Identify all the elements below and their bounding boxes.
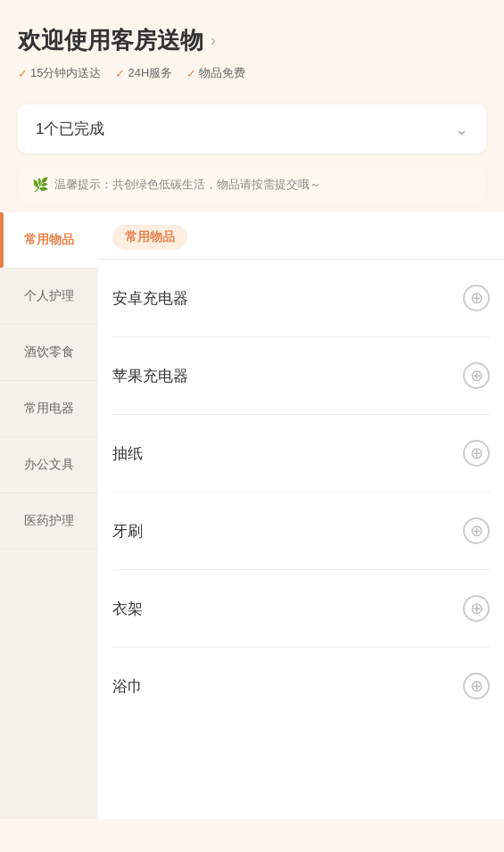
plus-icon-5: ⊕ [470,676,483,696]
category-tab-row: 常用物品 [98,212,504,260]
sidebar-item-appliances[interactable]: 常用电器 [0,381,98,437]
item-name-5: 浴巾 [112,676,143,697]
header-badges: ✓ 15分钟内送达 ✓ 24H服务 ✓ 物品免费 [18,65,486,81]
add-item-button-3[interactable]: ⊕ [463,517,490,544]
header-arrow-icon[interactable]: › [211,31,216,50]
sidebar-item-label-1: 个人护理 [24,288,74,302]
sidebar: 常用物品 个人护理 酒饮零食 常用电器 办公文具 医药护理 [0,212,98,819]
check-icon-2: ✓ [115,67,125,80]
plus-icon-0: ⊕ [470,288,483,308]
check-icon-3: ✓ [186,67,196,80]
sidebar-item-stationery[interactable]: 办公文具 [0,437,98,493]
add-item-button-0[interactable]: ⊕ [463,285,490,311]
add-item-button-2[interactable]: ⊕ [463,440,490,467]
sidebar-item-medical[interactable]: 医药护理 [0,493,98,550]
sidebar-item-label-5: 医药护理 [24,513,74,527]
completed-bar[interactable]: 1个已完成 ⌄ [18,104,486,153]
notice-bar: 🌿 温馨提示：共创绿色低碳生活，物品请按需提交哦～ [18,168,486,202]
badge-service-text: 24H服务 [128,65,172,81]
plus-icon-3: ⊕ [470,521,483,541]
table-row: 牙刷 ⊕ [112,492,490,570]
check-icon-1: ✓ [18,67,28,80]
table-row: 安卓充电器 ⊕ [112,260,490,337]
plus-icon-1: ⊕ [470,366,483,385]
item-name-3: 牙刷 [112,521,143,542]
chevron-down-icon: ⌄ [455,120,468,139]
item-name-1: 苹果充电器 [112,366,188,386]
main-layout: 常用物品 个人护理 酒饮零食 常用电器 办公文具 医药护理 常用物品 安卓充电器… [0,212,504,819]
sidebar-item-label-4: 办公文具 [24,457,74,471]
badge-free: ✓ 物品免费 [186,65,245,81]
item-name-0: 安卓充电器 [112,288,188,309]
badge-free-text: 物品免费 [199,65,245,81]
notice-text: 温馨提示：共创绿色低碳生活，物品请按需提交哦～ [54,177,321,193]
sidebar-item-label-3: 常用电器 [24,401,74,415]
item-name-2: 抽纸 [112,443,143,464]
sidebar-item-label-2: 酒饮零食 [24,344,74,359]
badge-service: ✓ 24H服务 [115,65,172,81]
leaf-icon: 🌿 [32,177,49,193]
add-item-button-5[interactable]: ⊕ [463,673,490,699]
sidebar-item-common-goods[interactable]: 常用物品 [0,212,98,269]
table-row: 浴巾 ⊕ [112,648,490,724]
badge-delivery: ✓ 15分钟内送达 [18,65,101,81]
sidebar-item-drinks-snacks[interactable]: 酒饮零食 [0,325,98,381]
completed-text: 1个已完成 [36,119,104,139]
table-row: 抽纸 ⊕ [112,415,490,492]
category-tab: 常用物品 [112,225,187,250]
plus-icon-4: ⊕ [470,599,483,618]
page-title: 欢迎使用客房送物 [18,25,203,56]
badge-delivery-text: 15分钟内送达 [30,65,101,81]
table-row: 衣架 ⊕ [112,570,490,648]
item-list: 安卓充电器 ⊕ 苹果充电器 ⊕ 抽纸 ⊕ 牙刷 ⊕ [98,260,504,724]
sidebar-item-label-0: 常用物品 [24,232,74,246]
plus-icon-2: ⊕ [470,443,483,463]
add-item-button-1[interactable]: ⊕ [463,362,490,389]
sidebar-item-personal-care[interactable]: 个人护理 [0,269,98,325]
content-area: 常用物品 安卓充电器 ⊕ 苹果充电器 ⊕ 抽纸 ⊕ [98,212,504,819]
item-name-4: 衣架 [112,599,143,619]
header-title-row: 欢迎使用客房送物 › [18,25,486,56]
add-item-button-4[interactable]: ⊕ [463,595,490,622]
table-row: 苹果充电器 ⊕ [112,337,490,415]
header: 欢迎使用客房送物 › ✓ 15分钟内送达 ✓ 24H服务 ✓ 物品免费 [0,0,504,90]
